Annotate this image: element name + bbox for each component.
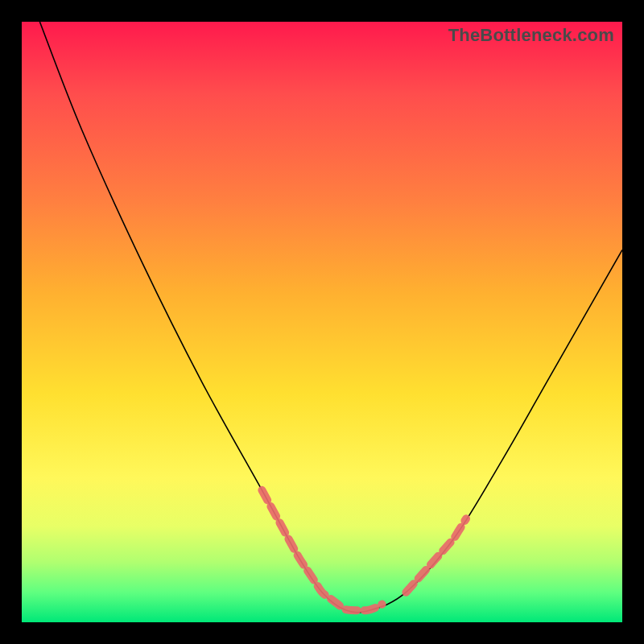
highlight-segment-left xyxy=(262,490,382,610)
plot-area: TheBottleneck.com xyxy=(22,22,622,622)
highlight-segment-right xyxy=(406,518,466,592)
bottleneck-curve xyxy=(39,22,622,613)
chart-svg xyxy=(22,22,622,622)
